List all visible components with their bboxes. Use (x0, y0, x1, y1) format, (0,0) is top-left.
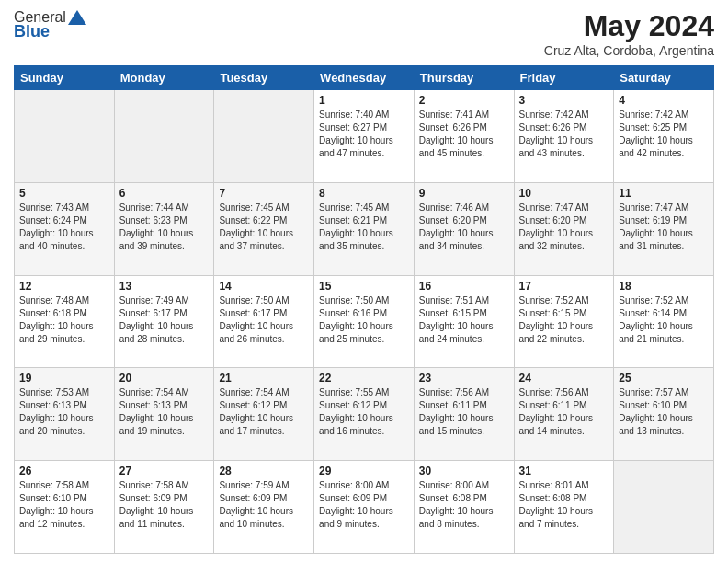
day-number: 5 (19, 187, 109, 200)
logo-icon (68, 10, 86, 25)
title-section: May 2024 Cruz Alta, Cordoba, Argentina (544, 9, 714, 58)
day-number: 14 (219, 280, 309, 293)
day-info: Sunrise: 7:59 AMSunset: 6:09 PMDaylight:… (219, 479, 309, 531)
day-number: 11 (619, 187, 709, 200)
calendar-week-row: 26Sunrise: 7:58 AMSunset: 6:10 PMDayligh… (15, 461, 714, 554)
table-row: 26Sunrise: 7:58 AMSunset: 6:10 PMDayligh… (15, 461, 115, 554)
table-row: 19Sunrise: 7:53 AMSunset: 6:13 PMDayligh… (15, 368, 115, 461)
logo-blue-text: Blue (14, 22, 50, 41)
day-info: Sunrise: 7:41 AMSunset: 6:26 PMDaylight:… (419, 109, 509, 160)
day-number: 2 (419, 94, 509, 107)
day-info: Sunrise: 7:58 AMSunset: 6:10 PMDaylight:… (19, 479, 109, 531)
day-info: Sunrise: 7:43 AMSunset: 6:24 PMDaylight:… (19, 201, 109, 253)
day-info: Sunrise: 7:45 AMSunset: 6:22 PMDaylight:… (219, 201, 309, 253)
col-friday: Friday (514, 66, 614, 90)
day-number: 17 (519, 280, 609, 293)
day-info: Sunrise: 7:55 AMSunset: 6:12 PMDaylight:… (319, 386, 409, 438)
day-info: Sunrise: 7:52 AMSunset: 6:14 PMDaylight:… (619, 294, 709, 346)
day-number: 13 (119, 280, 210, 293)
day-number: 25 (619, 372, 709, 385)
day-number: 3 (519, 94, 609, 107)
calendar-week-row: 12Sunrise: 7:48 AMSunset: 6:18 PMDayligh… (15, 275, 714, 368)
table-row: 15Sunrise: 7:50 AMSunset: 6:16 PMDayligh… (314, 275, 415, 368)
table-row (214, 90, 314, 183)
day-number: 9 (419, 187, 509, 200)
day-info: Sunrise: 7:47 AMSunset: 6:20 PMDaylight:… (519, 201, 609, 253)
table-row: 6Sunrise: 7:44 AMSunset: 6:23 PMDaylight… (114, 182, 214, 275)
day-info: Sunrise: 7:56 AMSunset: 6:11 PMDaylight:… (419, 386, 509, 438)
day-number: 28 (219, 465, 309, 477)
day-number: 21 (219, 372, 309, 385)
day-info: Sunrise: 8:01 AMSunset: 6:08 PMDaylight:… (519, 479, 609, 531)
table-row: 2Sunrise: 7:41 AMSunset: 6:26 PMDaylight… (414, 90, 514, 183)
header: General Blue May 2024 Cruz Alta, Cordoba… (14, 9, 714, 58)
table-row (15, 90, 115, 183)
day-info: Sunrise: 7:46 AMSunset: 6:20 PMDaylight:… (419, 201, 509, 253)
day-info: Sunrise: 7:51 AMSunset: 6:15 PMDaylight:… (419, 294, 509, 346)
day-info: Sunrise: 7:42 AMSunset: 6:25 PMDaylight:… (619, 109, 709, 160)
col-wednesday: Wednesday (314, 66, 415, 90)
table-row: 17Sunrise: 7:52 AMSunset: 6:15 PMDayligh… (514, 275, 614, 368)
col-tuesday: Tuesday (214, 66, 314, 90)
day-number: 15 (319, 280, 409, 293)
day-number: 30 (419, 465, 509, 477)
day-info: Sunrise: 7:53 AMSunset: 6:13 PMDaylight:… (19, 386, 109, 438)
table-row: 30Sunrise: 8:00 AMSunset: 6:08 PMDayligh… (414, 461, 514, 554)
day-info: Sunrise: 7:52 AMSunset: 6:15 PMDaylight:… (519, 294, 609, 346)
table-row: 16Sunrise: 7:51 AMSunset: 6:15 PMDayligh… (414, 275, 514, 368)
calendar-week-row: 19Sunrise: 7:53 AMSunset: 6:13 PMDayligh… (15, 368, 714, 461)
day-info: Sunrise: 7:48 AMSunset: 6:18 PMDaylight:… (19, 294, 109, 346)
day-info: Sunrise: 7:45 AMSunset: 6:21 PMDaylight:… (319, 201, 409, 253)
day-info: Sunrise: 7:54 AMSunset: 6:12 PMDaylight:… (219, 386, 309, 438)
calendar-header-row: Sunday Monday Tuesday Wednesday Thursday… (15, 66, 714, 90)
table-row: 28Sunrise: 7:59 AMSunset: 6:09 PMDayligh… (214, 461, 314, 554)
calendar-week-row: 1Sunrise: 7:40 AMSunset: 6:27 PMDaylight… (15, 90, 714, 183)
col-thursday: Thursday (414, 66, 514, 90)
day-info: Sunrise: 7:50 AMSunset: 6:17 PMDaylight:… (219, 294, 309, 346)
table-row: 4Sunrise: 7:42 AMSunset: 6:25 PMDaylight… (614, 90, 714, 183)
day-info: Sunrise: 7:40 AMSunset: 6:27 PMDaylight:… (319, 109, 409, 160)
day-info: Sunrise: 7:47 AMSunset: 6:19 PMDaylight:… (619, 201, 709, 253)
table-row: 11Sunrise: 7:47 AMSunset: 6:19 PMDayligh… (614, 182, 714, 275)
day-number: 23 (419, 372, 509, 385)
col-sunday: Sunday (15, 66, 115, 90)
svg-marker-0 (68, 10, 86, 25)
day-info: Sunrise: 7:50 AMSunset: 6:16 PMDaylight:… (319, 294, 409, 346)
table-row: 20Sunrise: 7:54 AMSunset: 6:13 PMDayligh… (114, 368, 214, 461)
col-monday: Monday (114, 66, 214, 90)
table-row: 29Sunrise: 8:00 AMSunset: 6:09 PMDayligh… (314, 461, 415, 554)
day-number: 22 (319, 372, 409, 385)
table-row: 5Sunrise: 7:43 AMSunset: 6:24 PMDaylight… (15, 182, 115, 275)
day-info: Sunrise: 8:00 AMSunset: 6:08 PMDaylight:… (419, 479, 509, 531)
logo: General Blue (14, 9, 88, 41)
calendar-week-row: 5Sunrise: 7:43 AMSunset: 6:24 PMDaylight… (15, 182, 714, 275)
day-number: 29 (319, 465, 409, 477)
table-row: 31Sunrise: 8:01 AMSunset: 6:08 PMDayligh… (514, 461, 614, 554)
location-subtitle: Cruz Alta, Cordoba, Argentina (544, 43, 714, 58)
table-row: 1Sunrise: 7:40 AMSunset: 6:27 PMDaylight… (314, 90, 415, 183)
day-number: 6 (119, 187, 210, 200)
month-year-title: May 2024 (544, 9, 714, 43)
day-number: 7 (219, 187, 309, 200)
day-number: 8 (319, 187, 409, 200)
day-number: 26 (19, 465, 109, 477)
table-row: 14Sunrise: 7:50 AMSunset: 6:17 PMDayligh… (214, 275, 314, 368)
day-info: Sunrise: 7:58 AMSunset: 6:09 PMDaylight:… (119, 479, 210, 531)
day-number: 10 (519, 187, 609, 200)
table-row (614, 461, 714, 554)
table-row: 22Sunrise: 7:55 AMSunset: 6:12 PMDayligh… (314, 368, 415, 461)
table-row: 3Sunrise: 7:42 AMSunset: 6:26 PMDaylight… (514, 90, 614, 183)
table-row: 9Sunrise: 7:46 AMSunset: 6:20 PMDaylight… (414, 182, 514, 275)
table-row: 13Sunrise: 7:49 AMSunset: 6:17 PMDayligh… (114, 275, 214, 368)
day-number: 16 (419, 280, 509, 293)
day-number: 18 (619, 280, 709, 293)
table-row: 12Sunrise: 7:48 AMSunset: 6:18 PMDayligh… (15, 275, 115, 368)
table-row: 24Sunrise: 7:56 AMSunset: 6:11 PMDayligh… (514, 368, 614, 461)
day-number: 19 (19, 372, 109, 385)
day-info: Sunrise: 7:56 AMSunset: 6:11 PMDaylight:… (519, 386, 609, 438)
day-info: Sunrise: 7:57 AMSunset: 6:10 PMDaylight:… (619, 386, 709, 438)
day-info: Sunrise: 7:44 AMSunset: 6:23 PMDaylight:… (119, 201, 210, 253)
calendar-table: Sunday Monday Tuesday Wednesday Thursday… (14, 65, 714, 554)
day-info: Sunrise: 8:00 AMSunset: 6:09 PMDaylight:… (319, 479, 409, 531)
day-info: Sunrise: 7:49 AMSunset: 6:17 PMDaylight:… (119, 294, 210, 346)
